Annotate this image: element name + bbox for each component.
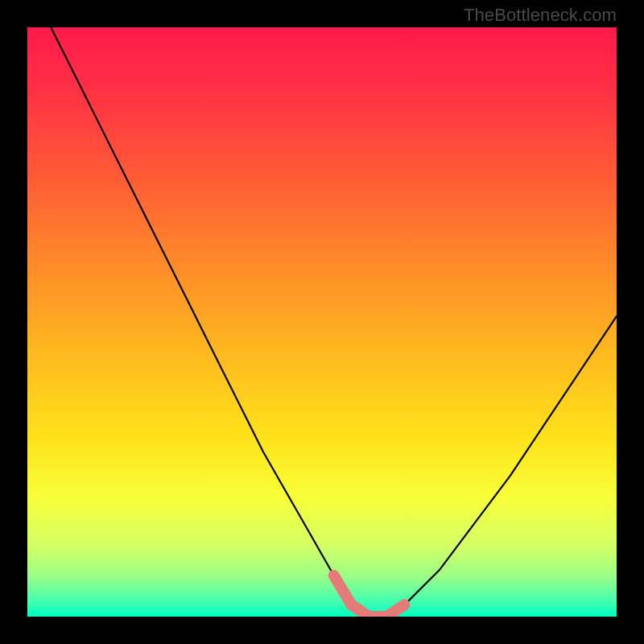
chart-frame: TheBottleneck.com: [0, 0, 644, 644]
flat-valley-highlight: [334, 576, 405, 617]
watermark-text: TheBottleneck.com: [464, 5, 617, 26]
bottleneck-curve: [51, 27, 617, 617]
curve-layer: [27, 27, 617, 617]
plot-area: [27, 27, 617, 617]
